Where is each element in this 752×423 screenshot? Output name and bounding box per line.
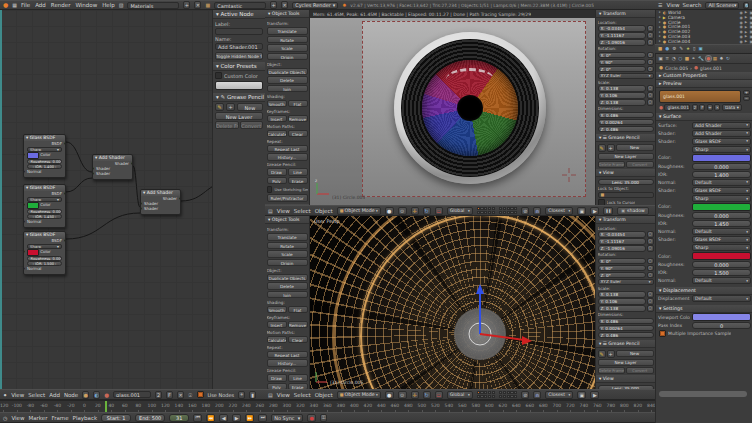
tab-render[interactable]: ▣ <box>658 56 663 61</box>
selectability-icon[interactable]: ▶ <box>745 39 748 43</box>
lock-toggle[interactable]: ▢ <box>647 92 654 99</box>
scale-field[interactable]: Z: 0.138 <box>598 305 647 312</box>
material-unlink-button[interactable]: ✕ <box>177 391 184 399</box>
lock-toggle[interactable]: ▢ <box>647 32 654 39</box>
lock-toggle[interactable]: ▢ <box>647 291 654 298</box>
frame-end-field[interactable]: End: 500 <box>135 414 165 422</box>
expand-icon[interactable]: ▸ <box>659 15 661 19</box>
shelf-button-delete[interactable]: Delete <box>267 282 308 290</box>
mode-select[interactable]: ■Object Mode▾ <box>337 207 381 215</box>
viewport-editor-icon[interactable]: ▤ <box>268 392 273 398</box>
selectability-icon[interactable]: ▶ <box>745 30 748 34</box>
node-menu-select[interactable]: Select <box>28 392 45 398</box>
shelf-button-remove[interactable]: Remove <box>288 115 308 123</box>
dimension-field[interactable]: Z: 0.486 <box>598 126 654 133</box>
filter-icon-2[interactable]: ● <box>665 46 669 52</box>
timeline-menu-playback[interactable]: Playback <box>73 415 98 421</box>
glass-bsdf-node[interactable]: ▾ Glass BSDFBSDFSharp▾ Color‹ Roughness:… <box>23 231 66 275</box>
jump-start-button[interactable]: ⏮ <box>193 414 202 422</box>
grease-add-icon[interactable]: + <box>607 144 615 152</box>
material-unlink[interactable]: ✕ <box>714 104 720 111</box>
shader-type-object-icon[interactable]: ● <box>82 391 89 399</box>
shelf-button-repeat-last[interactable]: Repeat Last <box>267 351 308 359</box>
expand-icon[interactable]: ▸ <box>659 30 661 34</box>
dimension-field[interactable]: Z: 0.486 <box>598 332 654 339</box>
viewport-shading-select[interactable]: ● <box>385 207 394 215</box>
scene-field[interactable]: Camtastic <box>214 2 266 9</box>
lock-toggle[interactable]: ▢ <box>647 66 654 73</box>
transform-manipulator[interactable] <box>420 274 540 389</box>
current-frame-field[interactable]: 31 <box>169 414 189 422</box>
material-users-button[interactable]: 2 <box>155 391 162 399</box>
transform-panel-header[interactable]: ▾ Transform <box>596 216 655 224</box>
lock-toggle[interactable]: ▢ <box>647 305 654 312</box>
dimension-field[interactable]: X: 0.486 <box>598 112 654 119</box>
pivot-select[interactable]: ⊙ <box>398 391 407 399</box>
render-engine-select[interactable]: Cycles Render▾ <box>292 2 338 9</box>
scale-field[interactable]: Z: 0.138 <box>598 99 647 106</box>
grease-add-icon[interactable]: + <box>607 350 615 358</box>
snap-magnet-toggle[interactable]: ⋒ <box>533 391 541 399</box>
filter-icon-6[interactable]: ▯ <box>693 46 695 52</box>
outliner-search-field[interactable]: 🔍 <box>743 2 749 9</box>
tab-constraints[interactable]: ⚭ <box>691 56 696 61</box>
normal-input[interactable]: Normal <box>24 219 65 225</box>
timeline-editor-icon[interactable]: ◷ <box>3 415 7 421</box>
tool-shelf-title[interactable]: ▾ Object Tools <box>265 216 309 224</box>
lock-toggle[interactable]: ▢ <box>647 25 654 32</box>
filter-icon-4[interactable]: ✎ <box>679 46 683 52</box>
filter-icon-7[interactable]: ▣ <box>699 46 703 52</box>
prev-keyframe-button[interactable]: ⏪ <box>206 414 215 422</box>
rotation-order-select[interactable]: XYZ Euler▾ <box>598 279 654 286</box>
selectability-icon[interactable]: ▶ <box>745 15 748 19</box>
location-field[interactable]: Z: -1.09016 <box>598 245 647 252</box>
lock-toggle[interactable]: ▢ <box>647 85 654 92</box>
shelf-button-clear[interactable]: Clear <box>288 336 308 344</box>
view-panel-header[interactable]: ▾ View <box>596 375 655 383</box>
glass-bsdf-node[interactable]: ▾ Glass BSDFBSDFSharp▾ Color‹ Roughness:… <box>23 134 66 178</box>
scene-add-button[interactable]: + <box>270 1 277 9</box>
shelf-button-flat[interactable]: Flat <box>288 100 308 108</box>
location-field[interactable]: Z: -1.09016 <box>598 39 647 46</box>
surface-dropdown[interactable]: Sharp▾ <box>692 195 751 202</box>
lock-icon[interactable]: ⊘ <box>521 391 529 399</box>
rotation-field[interactable]: Y: 90° <box>598 59 647 66</box>
surface-color-swatch[interactable] <box>692 252 751 260</box>
play-button[interactable]: ▶ <box>232 414 241 422</box>
grease-delete-frame-button[interactable]: Delete Frame <box>215 121 239 129</box>
snap-icon[interactable]: ⌖ <box>238 391 245 399</box>
shader-input-2[interactable]: Shader <box>141 206 180 211</box>
lock-toggle[interactable]: ▢ <box>647 99 654 106</box>
expand-icon[interactable]: ▸ <box>659 34 661 38</box>
shelf-button-rotate[interactable]: Rotate <box>267 36 308 44</box>
grease-draw-icon[interactable]: ✎ <box>215 103 224 111</box>
lens-field[interactable]: Lens: 35.000 <box>598 179 654 186</box>
lock-cursor-checkbox[interactable] <box>598 199 605 205</box>
surface-dropdown[interactable]: Glass BSDF▾ <box>692 236 751 243</box>
surface-dropdown[interactable]: Add Shader▾ <box>692 122 751 129</box>
scale-field[interactable]: X: 0.138 <box>598 291 647 298</box>
shelf-button-clear[interactable]: Clear <box>288 130 308 138</box>
shelf-button-translate[interactable]: Translate <box>267 27 308 35</box>
menu-add[interactable]: Add <box>35 2 46 8</box>
next-keyframe-button[interactable]: ⏩ <box>245 414 254 422</box>
dimension-field[interactable]: Y: 0.00264 <box>598 119 654 126</box>
properties-hscrollbar[interactable] <box>659 391 747 397</box>
location-field[interactable]: X: -0.03454 <box>598 231 647 238</box>
settings-color-swatch[interactable] <box>692 313 751 321</box>
surface-color-swatch[interactable] <box>692 154 751 162</box>
menu-render[interactable]: Render <box>51 2 71 8</box>
grease-new-layer-button[interactable]: New Layer <box>215 112 263 120</box>
layout-delete-button[interactable]: ✕ <box>194 1 201 9</box>
glass-bsdf-node[interactable]: ▾ Glass BSDFBSDFSharp▾ Color‹ Roughness:… <box>23 184 66 228</box>
filter-icon-5[interactable]: ★ <box>686 46 690 52</box>
lock-object-field[interactable]: ■ <box>598 192 654 199</box>
material-link-select[interactable]: Data▾ <box>722 104 742 111</box>
grease-convert-button[interactable]: Convert <box>240 121 264 129</box>
layers-widget[interactable] <box>477 391 495 398</box>
settings-slider[interactable]: 0 <box>692 322 751 329</box>
selectability-icon[interactable]: ▶ <box>745 10 748 14</box>
shelf-button-repeat-last[interactable]: Repeat Last <box>267 145 308 153</box>
snap-magnet-toggle[interactable]: ⋒ <box>533 207 541 215</box>
grease-new-button[interactable]: New <box>616 144 654 151</box>
